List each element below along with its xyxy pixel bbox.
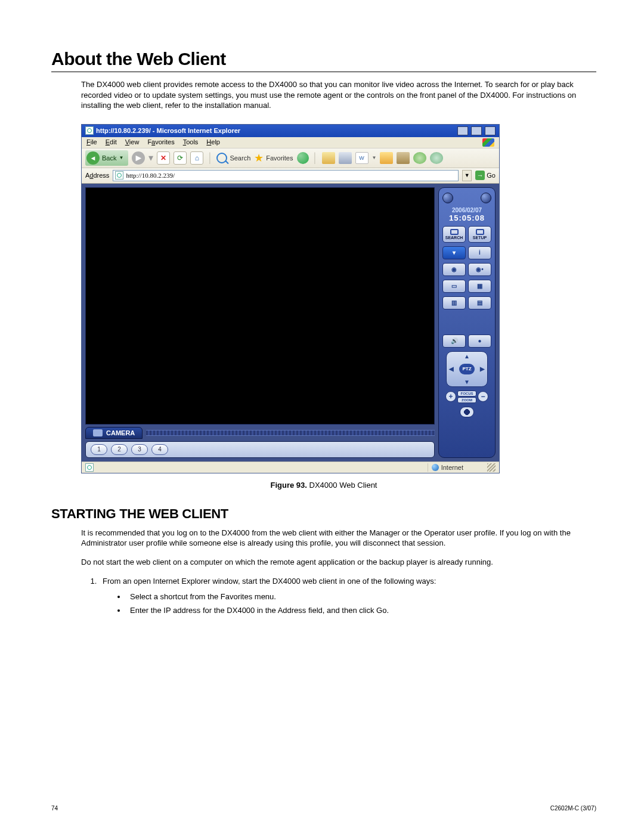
intro-paragraph: The DX4000 web client provides remote ac… <box>81 79 596 111</box>
print-icon[interactable] <box>339 152 352 164</box>
date-text: 2006/02/07 <box>442 207 491 213</box>
menu-bar: File Edit View Favorites Tools Help <box>82 137 499 148</box>
multi-view-button[interactable]: ▥ <box>442 296 466 309</box>
zoom-label: ZOOM <box>457 397 476 403</box>
menu-tools[interactable]: Tools <box>183 138 199 147</box>
screenshot-ie-window: http://10.80.2.239/ - Microsoft Internet… <box>81 124 500 473</box>
camera-label: CAMERA <box>106 429 135 436</box>
ptz-center-label: PTZ <box>459 364 475 374</box>
single-view-button[interactable]: ▭ <box>442 280 466 293</box>
panel-close-icon[interactable] <box>481 193 491 203</box>
camera-button-1[interactable]: 1 <box>91 444 107 455</box>
close-button[interactable] <box>485 126 496 135</box>
dx4000-client-area: CAMERA 1 2 3 4 2006/02/07 1 <box>82 184 499 462</box>
ptz-left-icon[interactable]: ◀ <box>449 366 454 372</box>
address-bar: Address ▼ →Go <box>82 168 499 184</box>
windows-flag-icon <box>482 138 494 147</box>
mail-icon[interactable] <box>322 152 335 164</box>
time-text: 15:05:08 <box>442 213 491 222</box>
bullet-1: Select a shortcut from the Favorites men… <box>126 591 596 603</box>
ptz-pad[interactable]: ▲ ▼ ◀ ▶ PTZ <box>446 351 488 387</box>
audio-button[interactable]: 🔊 <box>442 335 466 348</box>
security-zone: Internet <box>428 463 487 472</box>
camera-tab[interactable]: CAMERA <box>85 427 143 439</box>
focus-label: FOCUS <box>457 391 476 397</box>
menu-file[interactable]: File <box>86 138 97 147</box>
address-field[interactable] <box>113 170 459 181</box>
search-button[interactable]: Search <box>216 153 250 163</box>
menu-edit[interactable]: Edit <box>106 138 117 147</box>
panel-min-icon[interactable] <box>442 193 453 203</box>
resize-grip[interactable] <box>487 463 496 472</box>
step-1: From an open Internet Explorer window, s… <box>99 575 596 617</box>
jog-knob[interactable] <box>460 407 474 417</box>
paragraph-1: It is recommended that you log on to the… <box>81 528 596 549</box>
page-icon <box>85 126 94 135</box>
ptz-down-icon[interactable]: ▼ <box>464 379 470 385</box>
search-icon <box>450 229 459 235</box>
figure-caption: Figure 93. DX4000 Web Client <box>51 481 596 490</box>
rec2-button[interactable]: ◉• <box>468 263 491 276</box>
bullet-2: Enter the IP address for the DX4000 in t… <box>126 605 596 617</box>
doc-number: C2602M-C (3/07) <box>550 805 596 812</box>
info-button[interactable]: i <box>468 246 491 259</box>
edit-icon[interactable]: W <box>355 152 369 164</box>
page-icon <box>85 463 94 472</box>
title-rule <box>51 72 596 72</box>
camera-button-2[interactable]: 2 <box>111 444 128 455</box>
menu-view[interactable]: View <box>125 138 140 147</box>
video-viewport <box>85 187 435 425</box>
camera-icon <box>93 429 103 436</box>
steps-list: From an open Internet Explorer window, s… <box>99 575 596 617</box>
folder-icon[interactable] <box>380 152 393 164</box>
paragraph-2: Do not start the web client on a compute… <box>81 557 596 568</box>
section-heading: STARTING THE WEB CLIENT <box>51 506 596 522</box>
home-button[interactable]: ⌂ <box>190 151 203 165</box>
page-icon <box>115 171 123 179</box>
globe-icon <box>432 464 439 471</box>
camera-button-4[interactable]: 4 <box>151 444 168 455</box>
history-icon[interactable] <box>297 152 309 164</box>
back-button[interactable]: ◄Back ▼ <box>85 150 128 166</box>
control-panel: 2006/02/07 15:05:08 SEARCH SETUP ▾ i ◉ ◉… <box>438 187 496 458</box>
minimize-button[interactable] <box>457 126 468 135</box>
quad-view-button[interactable]: ▦ <box>468 280 491 293</box>
window-titlebar: http://10.80.2.239/ - Microsoft Internet… <box>82 125 499 137</box>
page-title: About the Web Client <box>51 49 596 69</box>
research-icon[interactable] <box>397 152 410 164</box>
camera-button-3[interactable]: 3 <box>131 444 148 455</box>
window-title-text: http://10.80.2.239/ - Microsoft Internet… <box>96 127 240 134</box>
ptz-right-icon[interactable]: ▶ <box>480 366 485 372</box>
refresh-button[interactable]: ⟳ <box>174 151 187 165</box>
menu-favorites[interactable]: Favorites <box>147 138 174 147</box>
search-button[interactable]: SEARCH <box>442 226 466 243</box>
maximize-button[interactable] <box>471 126 482 135</box>
stop-button[interactable]: ✕ <box>157 151 170 165</box>
toolbar: ◄Back ▼ ► ▾ ✕ ⟳ ⌂ │ Search ★Favorites │ … <box>82 148 499 168</box>
focus-zoom-row: + FOCUS ZOOM − <box>442 391 491 403</box>
search-icon <box>216 153 227 163</box>
messenger-icon[interactable] <box>413 152 426 164</box>
setup-icon <box>476 229 484 235</box>
ptz-up-icon[interactable]: ▲ <box>464 353 470 360</box>
go-button[interactable]: →Go <box>475 171 496 180</box>
focus-plus-button[interactable]: + <box>445 391 456 402</box>
extra-icon[interactable] <box>430 152 443 164</box>
snapshot-button[interactable]: ● <box>468 335 491 348</box>
address-label: Address <box>85 172 109 179</box>
status-bar: Internet <box>82 462 499 473</box>
favorites-button[interactable]: ★Favorites <box>254 151 293 165</box>
focus-minus-button[interactable]: − <box>478 391 488 402</box>
setup-button[interactable]: SETUP <box>468 226 491 243</box>
flag-button[interactable]: ▾ <box>442 246 466 259</box>
menu-help[interactable]: Help <box>206 138 220 147</box>
page-footer: 74 C2602M-C (3/07) <box>51 805 596 812</box>
page-number: 74 <box>51 805 58 812</box>
grid-view-button[interactable]: ▤ <box>468 296 491 309</box>
zone-text: Internet <box>441 464 463 471</box>
drag-handle[interactable] <box>146 430 435 436</box>
forward-button[interactable]: ► <box>132 151 145 165</box>
address-dropdown[interactable]: ▼ <box>462 170 472 181</box>
address-input[interactable] <box>126 172 456 179</box>
rec-button[interactable]: ◉ <box>442 263 466 276</box>
